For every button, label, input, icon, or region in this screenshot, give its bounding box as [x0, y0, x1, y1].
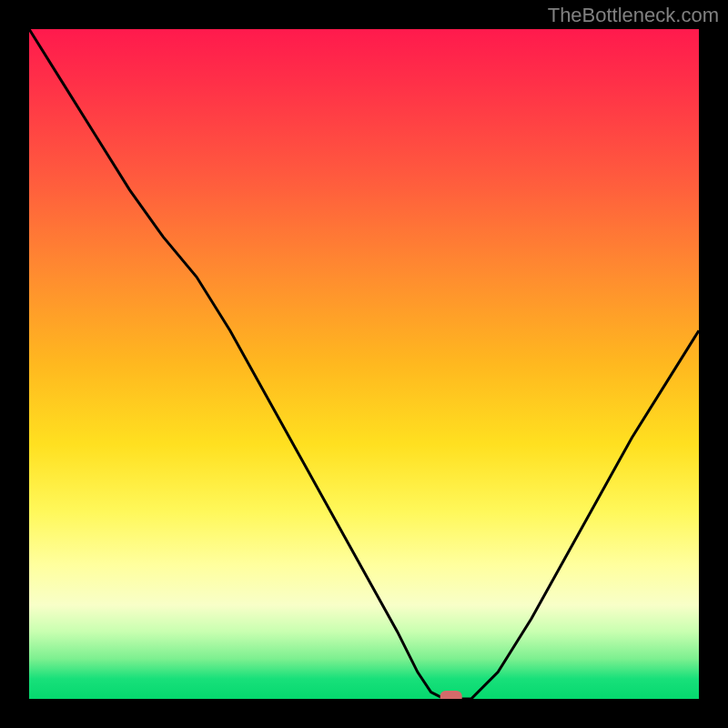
plot-area: [29, 29, 699, 699]
chart-container: TheBottleneck.com: [0, 0, 728, 728]
watermark-text: TheBottleneck.com: [548, 4, 719, 27]
bottleneck-curve-svg: [29, 29, 699, 699]
minimum-marker: [440, 691, 462, 699]
bottleneck-curve: [29, 29, 699, 699]
